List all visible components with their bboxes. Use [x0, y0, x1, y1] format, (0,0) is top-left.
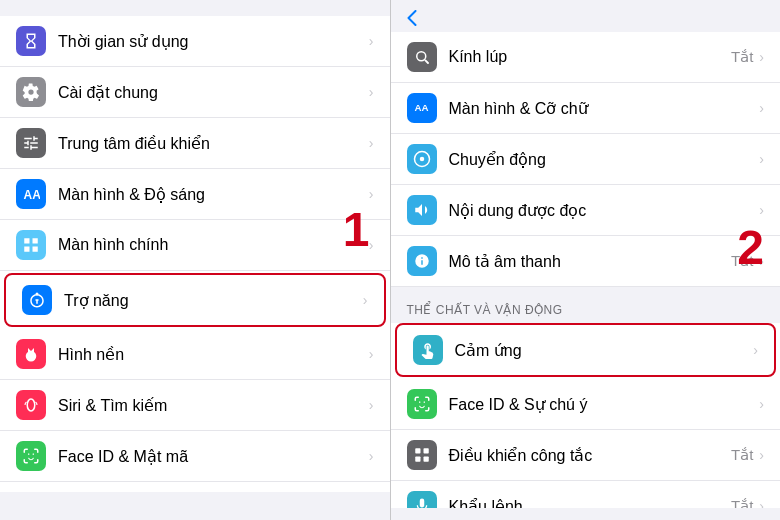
- right-item-switch-control[interactable]: Điều khiển công tắc Tắt ›: [391, 430, 781, 481]
- chevron-icon: ›: [759, 49, 764, 65]
- screen-time-icon: [16, 26, 46, 56]
- right-item-label-touch: Cảm ứng: [455, 341, 754, 360]
- chevron-icon: ›: [759, 447, 764, 463]
- audio-desc-icon: [407, 246, 437, 276]
- right-item-spoken-content[interactable]: Nội dung được đọc ›: [391, 185, 781, 236]
- left-item-label-general: Cài đặt chung: [58, 83, 369, 102]
- chevron-icon: ›: [759, 396, 764, 412]
- right-item-value-switch-control: Tắt: [731, 446, 753, 464]
- svg-text:AA: AA: [24, 188, 41, 202]
- right-section-0: Kính lúp Tắt › AA Màn hình & Cỡ chữ › Ch…: [391, 32, 781, 287]
- left-item-wallpaper[interactable]: Hình nền ›: [0, 329, 390, 380]
- chevron-icon: ›: [369, 237, 374, 253]
- left-list-wrap: Thời gian sử dụng › Cài đặt chung › Trun…: [0, 16, 390, 492]
- right-panel: Kính lúp Tắt › AA Màn hình & Cỡ chữ › Ch…: [391, 0, 781, 520]
- left-item-screen-time[interactable]: Thời gian sử dụng ›: [0, 16, 390, 67]
- chevron-icon: ›: [753, 342, 758, 358]
- left-item-label-control-center: Trung tâm điều khiển: [58, 134, 369, 153]
- svg-rect-9: [423, 448, 428, 453]
- right-item-label-switch-control: Điều khiển công tắc: [449, 446, 731, 465]
- control-center-icon: [16, 128, 46, 158]
- left-item-label-accessibility: Trợ năng: [64, 291, 363, 310]
- chevron-icon: ›: [759, 253, 764, 269]
- voice-control-icon: [407, 491, 437, 508]
- right-item-label-audio-desc: Mô tả âm thanh: [449, 252, 731, 271]
- faceid2-icon: [407, 389, 437, 419]
- chevron-icon: ›: [369, 448, 374, 464]
- chevron-icon: ›: [759, 151, 764, 167]
- left-item-general[interactable]: Cài đặt chung ›: [0, 67, 390, 118]
- accessibility-icon: [22, 285, 52, 315]
- chevron-icon: ›: [369, 84, 374, 100]
- right-item-label-motion: Chuyển động: [449, 150, 760, 169]
- right-item-label-voice-control: Khẩu lệnh: [449, 497, 731, 509]
- spoken-content-icon: [407, 195, 437, 225]
- right-list-1: Cảm ứng › Face ID & Sự chú ý › Điều khiể…: [391, 323, 781, 508]
- left-item-siri[interactable]: Siri & Tìm kiếm ›: [0, 380, 390, 431]
- left-item-control-center[interactable]: Trung tâm điều khiển ›: [0, 118, 390, 169]
- left-item-display[interactable]: AA Màn hình & Độ sáng ›: [0, 169, 390, 220]
- right-item-value-audio-desc: Tắt: [731, 252, 753, 270]
- right-item-voice-control[interactable]: Khẩu lệnh Tắt ›: [391, 481, 781, 508]
- right-item-audio-desc[interactable]: Mô tả âm thanh Tắt ›: [391, 236, 781, 287]
- display-icon: AA: [16, 179, 46, 209]
- chevron-icon: ›: [369, 397, 374, 413]
- right-item-display-text[interactable]: AA Màn hình & Cỡ chữ ›: [391, 83, 781, 134]
- svg-point-7: [419, 157, 424, 162]
- display-text-icon: AA: [407, 93, 437, 123]
- right-item-label-display-text: Màn hình & Cỡ chữ: [449, 99, 760, 118]
- back-button[interactable]: [407, 10, 419, 26]
- right-item-label-faceid2: Face ID & Sự chú ý: [449, 395, 760, 414]
- left-item-label-wallpaper: Hình nền: [58, 345, 369, 364]
- chevron-icon: ›: [759, 100, 764, 116]
- left-item-sos[interactable]: SOS SOS khẩn cấp ›: [0, 482, 390, 492]
- magnifier-icon: [407, 42, 437, 72]
- chevron-icon: ›: [759, 498, 764, 508]
- chevron-icon: ›: [369, 186, 374, 202]
- right-item-touch[interactable]: Cảm ứng ›: [395, 323, 777, 377]
- right-section-1: THỂ CHẤT VÀ VẬN ĐỘNG Cảm ứng › Face ID &…: [391, 287, 781, 508]
- chevron-icon: ›: [369, 135, 374, 151]
- left-item-label-siri: Siri & Tìm kiếm: [58, 396, 369, 415]
- siri-icon: [16, 390, 46, 420]
- right-item-value-voice-control: Tắt: [731, 497, 753, 508]
- svg-rect-10: [415, 457, 420, 462]
- left-item-label-display: Màn hình & Độ sáng: [58, 185, 369, 204]
- right-item-label-magnifier: Kính lúp: [449, 48, 731, 66]
- left-panel: Thời gian sử dụng › Cài đặt chung › Trun…: [0, 0, 391, 520]
- svg-text:AA: AA: [414, 102, 428, 113]
- motion-icon: [407, 144, 437, 174]
- left-item-label-faceid: Face ID & Mật mã: [58, 447, 369, 466]
- svg-point-2: [27, 399, 35, 411]
- right-item-label-spoken-content: Nội dung được đọc: [449, 201, 760, 220]
- chevron-icon: ›: [363, 292, 368, 308]
- left-item-faceid[interactable]: Face ID & Mật mã ›: [0, 431, 390, 482]
- left-item-home-screen[interactable]: Màn hình chính ›: [0, 220, 390, 271]
- right-list-wrap: Kính lúp Tắt › AA Màn hình & Cỡ chữ › Ch…: [391, 32, 781, 508]
- svg-point-5: [416, 52, 425, 61]
- section-header-physical: THỂ CHẤT VÀ VẬN ĐỘNG: [391, 287, 781, 321]
- svg-rect-8: [415, 448, 420, 453]
- left-item-label-screen-time: Thời gian sử dụng: [58, 32, 369, 51]
- right-item-magnifier[interactable]: Kính lúp Tắt ›: [391, 32, 781, 83]
- right-item-faceid2[interactable]: Face ID & Sự chú ý ›: [391, 379, 781, 430]
- right-settings-list: Kính lúp Tắt › AA Màn hình & Cỡ chữ › Ch…: [391, 32, 781, 508]
- right-header: [391, 0, 781, 32]
- switch-control-icon: [407, 440, 437, 470]
- chevron-icon: ›: [759, 202, 764, 218]
- left-item-label-home-screen: Màn hình chính: [58, 236, 369, 254]
- right-item-value-magnifier: Tắt: [731, 48, 753, 66]
- chevron-icon: ›: [369, 346, 374, 362]
- general-icon: [16, 77, 46, 107]
- wallpaper-icon: [16, 339, 46, 369]
- faceid-icon: [16, 441, 46, 471]
- right-list-0: Kính lúp Tắt › AA Màn hình & Cỡ chữ › Ch…: [391, 32, 781, 287]
- touch-icon: [413, 335, 443, 365]
- chevron-icon: ›: [369, 33, 374, 49]
- home-screen-icon: [16, 230, 46, 260]
- left-header: [0, 0, 390, 16]
- left-item-accessibility[interactable]: Trợ năng ›: [4, 273, 386, 327]
- left-settings-list: Thời gian sử dụng › Cài đặt chung › Trun…: [0, 16, 390, 492]
- right-item-motion[interactable]: Chuyển động ›: [391, 134, 781, 185]
- svg-rect-11: [423, 457, 428, 462]
